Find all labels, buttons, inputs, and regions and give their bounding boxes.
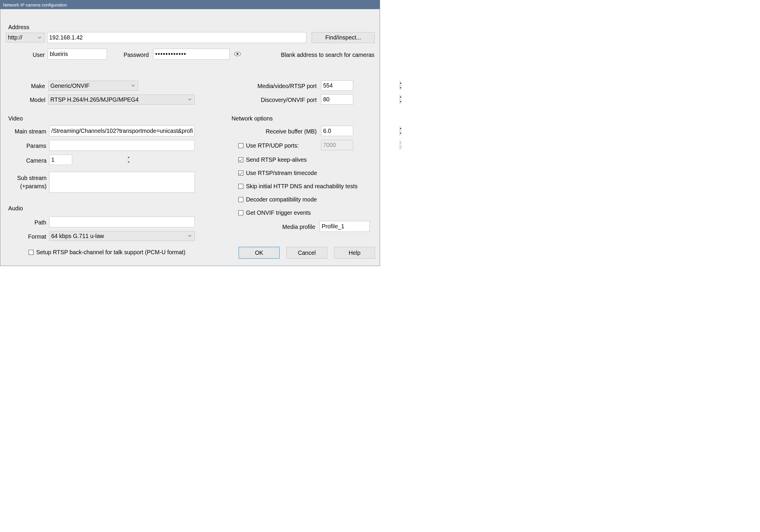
checkbox-icon: [238, 197, 243, 202]
sub-stream-label-1: Sub stream: [12, 175, 48, 181]
params-label: Params: [23, 143, 48, 149]
svg-point-1: [237, 53, 238, 55]
keepalive-label: Send RTSP keep-alives: [246, 156, 307, 163]
udp-checkbox[interactable]: Use RTP/UDP ports:: [238, 142, 299, 149]
rtsp-port-label: Media/video/RTSP port: [245, 83, 318, 90]
udp-port-input: [321, 140, 399, 150]
audio-format-combo[interactable]: 64 kbps G.711 u-law: [49, 231, 195, 241]
spin-buttons[interactable]: ▲▼: [399, 95, 402, 104]
config-window: Network IP camera configuration Address …: [0, 0, 380, 266]
checkbox-icon: [238, 210, 243, 215]
timecode-checkbox[interactable]: Use RTSP/stream timecode: [238, 170, 317, 176]
timecode-label: Use RTSP/stream timecode: [246, 170, 317, 176]
window-title: Network IP camera configuration: [3, 2, 67, 7]
checkbox-icon: [28, 250, 33, 255]
address-input[interactable]: [47, 32, 307, 43]
decoder-label: Decoder compatibility mode: [246, 196, 317, 203]
media-profile-label: Media profile: [271, 223, 317, 230]
media-profile-input[interactable]: [320, 221, 370, 232]
spin-buttons: ▲▼: [399, 140, 402, 150]
find-inspect-button[interactable]: Find/inspect...: [312, 32, 375, 43]
spin-buttons[interactable]: ▲▼: [399, 126, 402, 136]
user-input[interactable]: [48, 49, 107, 60]
group-address: Address: [7, 24, 31, 31]
help-button[interactable]: Help: [334, 247, 375, 259]
make-combo[interactable]: Generic/ONVIF: [48, 81, 138, 91]
checkbox-icon: [238, 184, 243, 189]
make-value: Generic/ONVIF: [50, 82, 90, 89]
cancel-button[interactable]: Cancel: [286, 247, 327, 259]
chevron-down-icon: [188, 98, 191, 101]
chevron-down-icon: [38, 36, 41, 39]
model-value: RTSP H.264/H.265/MJPG/MPEG4: [50, 96, 138, 103]
onvif-port-input[interactable]: [321, 95, 399, 104]
group-audio: Audio: [7, 205, 24, 212]
checkbox-icon: [238, 170, 243, 175]
checkbox-icon: [238, 143, 243, 148]
main-stream-input[interactable]: [49, 125, 195, 136]
model-label: Model: [24, 97, 47, 103]
sub-stream-input[interactable]: [49, 172, 195, 193]
checkbox-icon: [238, 157, 243, 162]
make-label: Make: [26, 83, 47, 90]
model-combo[interactable]: RTSP H.264/H.265/MJPG/MPEG4: [48, 95, 195, 105]
rtsp-port-input[interactable]: [321, 81, 399, 90]
chevron-down-icon: [188, 235, 191, 237]
audio-format-value: 64 kbps G.711 u-law: [51, 233, 104, 239]
protocol-combo[interactable]: http://: [6, 33, 44, 42]
camera-label: Camera: [21, 157, 48, 164]
group-netopts: Network options: [230, 115, 274, 122]
udp-label: Use RTP/UDP ports:: [246, 142, 299, 149]
recv-buffer-label: Receive buffer (MB): [257, 128, 318, 135]
decoder-checkbox[interactable]: Decoder compatibility mode: [238, 196, 317, 203]
audio-format-label: Format: [23, 233, 48, 240]
spin-buttons[interactable]: ▲▼: [399, 81, 402, 90]
params-input[interactable]: [49, 140, 195, 151]
password-label: Password: [118, 52, 151, 58]
user-label: User: [29, 52, 47, 58]
password-input[interactable]: [153, 49, 229, 60]
backchannel-checkbox[interactable]: Setup RTSP back-channel for talk support…: [28, 249, 185, 256]
recv-buffer-spinner[interactable]: ▲▼: [321, 126, 353, 136]
main-stream-label: Main stream: [7, 128, 48, 135]
onvif-port-label: Discovery/ONVIF port: [253, 97, 318, 103]
protocol-value: http://: [8, 34, 23, 41]
address-hint: Blank address to search for cameras: [281, 52, 374, 58]
audio-path-input[interactable]: [49, 217, 195, 227]
camera-spinner[interactable]: ▲▼: [49, 155, 72, 165]
skipdns-checkbox[interactable]: Skip initial HTTP DNS and reachability t…: [238, 183, 357, 190]
chevron-down-icon: [131, 84, 135, 87]
udp-port-spinner: ▲▼: [321, 140, 353, 150]
spin-buttons[interactable]: ▲▼: [127, 155, 130, 165]
rtsp-port-spinner[interactable]: ▲▼: [321, 80, 353, 91]
recv-buffer-input[interactable]: [321, 126, 399, 136]
skipdns-label: Skip initial HTTP DNS and reachability t…: [246, 183, 357, 190]
audio-path-label: Path: [28, 219, 48, 226]
onvif-trig-label: Get ONVIF trigger events: [246, 210, 311, 216]
onvif-trig-checkbox[interactable]: Get ONVIF trigger events: [238, 210, 311, 216]
backchannel-label: Setup RTSP back-channel for talk support…: [36, 249, 185, 256]
client-area: Address http:// Find/inspect... User Pas…: [0, 9, 380, 266]
eye-icon[interactable]: [233, 50, 242, 58]
sub-stream-label-2: (+params): [12, 183, 48, 190]
keepalive-checkbox[interactable]: Send RTSP keep-alives: [238, 156, 307, 163]
ok-button[interactable]: OK: [239, 247, 280, 259]
group-video: Video: [7, 115, 24, 122]
titlebar[interactable]: Network IP camera configuration: [0, 0, 380, 9]
onvif-port-spinner[interactable]: ▲▼: [321, 94, 353, 105]
camera-input[interactable]: [50, 155, 127, 165]
